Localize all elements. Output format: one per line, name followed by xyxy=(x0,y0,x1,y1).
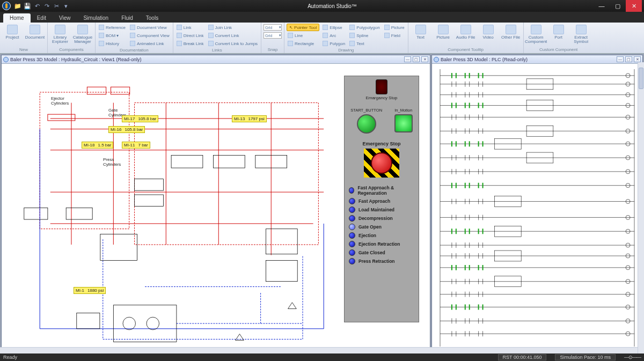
pane-close-button[interactable]: ✕ xyxy=(634,56,641,62)
plc-scroll-v[interactable] xyxy=(638,62,644,353)
measure-tag-MI-1[interactable]: MI-11880 psi xyxy=(74,287,106,294)
breaklink-icon xyxy=(177,41,182,46)
close-button[interactable]: ✕ xyxy=(626,0,642,12)
tab-view[interactable]: View xyxy=(53,13,77,23)
polygon-button[interactable]: Polygon xyxy=(321,40,346,47)
qat-undo-icon[interactable]: ↶ xyxy=(33,2,41,10)
svg-point-17 xyxy=(123,317,136,330)
link-button[interactable]: Link xyxy=(175,24,205,31)
history-button[interactable]: History xyxy=(98,40,127,47)
document-view-button[interactable]: Document View xyxy=(129,24,171,31)
svg-rect-14 xyxy=(266,260,297,281)
app-title: Automation Studio™ xyxy=(71,3,594,9)
qat-save-icon[interactable]: 💾 xyxy=(23,2,32,10)
led-label: Gate Closed xyxy=(358,250,385,255)
tooltip-audio-button[interactable]: Audio File xyxy=(456,24,476,40)
status-slider-icon[interactable]: —⊙—— xyxy=(624,355,641,360)
tooltip-other-button[interactable]: Other File xyxy=(501,24,521,40)
break-link-button[interactable]: Break Link xyxy=(175,40,205,47)
plc-canvas[interactable] xyxy=(432,64,642,352)
tab-simulation[interactable]: Simulation xyxy=(77,13,115,23)
tooltip-video-button[interactable]: Video xyxy=(478,24,499,40)
snap-combo-2[interactable]: Grid▾ xyxy=(264,32,282,39)
qat-redo-icon[interactable]: ↷ xyxy=(42,2,51,10)
tab-fluid[interactable]: Fluid xyxy=(115,13,140,23)
field-button[interactable]: Field xyxy=(383,32,406,39)
custom-component-button[interactable]: Custom Component xyxy=(526,24,546,44)
history-icon xyxy=(99,41,104,46)
plc-pane-title-bar[interactable]: Baler Press 3D Model : PLC (Read-only) —… xyxy=(432,55,642,64)
led-row-4: Gate Open xyxy=(345,223,419,231)
reference-button[interactable]: Reference xyxy=(98,24,127,31)
direct-link-button[interactable]: Direct Link xyxy=(175,32,205,39)
pane-min-button[interactable]: — xyxy=(617,56,624,62)
tt-text-icon xyxy=(415,25,426,34)
port-icon xyxy=(553,25,564,34)
convjump-icon xyxy=(208,41,214,46)
convert-link-jumps-button[interactable]: Convert Link to Jumps xyxy=(207,40,259,47)
hydraulic-canvas[interactable]: Ejector Cylinders Gate Cylinders Press C… xyxy=(2,64,430,352)
led-label: Ejection Retraction xyxy=(358,241,400,247)
bom-button[interactable]: BOM ▾ xyxy=(98,32,127,39)
polypolygon-button[interactable]: Polypolygon xyxy=(348,24,381,31)
qat-dropdown-icon[interactable]: ▾ xyxy=(62,2,70,10)
tab-home[interactable]: Home xyxy=(3,13,31,23)
tab-edit[interactable]: Edit xyxy=(31,13,53,23)
start-button[interactable] xyxy=(357,114,376,134)
plc-scroll-h[interactable] xyxy=(0,347,638,353)
rectangle-button[interactable]: Rectangle xyxy=(287,40,319,47)
pane-max-button[interactable]: ▢ xyxy=(413,56,420,62)
estop-lamp-icon xyxy=(376,79,387,94)
ellipse-button[interactable]: Ellipse xyxy=(321,24,346,31)
tt-audio-icon xyxy=(460,25,471,34)
tooltip-picture-button[interactable]: Picture xyxy=(433,24,453,40)
convert-link-button[interactable]: Convert Link xyxy=(207,32,259,39)
pane-close-button[interactable]: ✕ xyxy=(421,56,428,62)
spline-button[interactable]: Spline xyxy=(348,32,381,39)
text-button[interactable]: Text xyxy=(348,40,381,47)
measure-tag-MI-18[interactable]: MI-181.5 bar xyxy=(82,142,113,149)
measure-tag-MI-16[interactable]: MI-16105.8 bar xyxy=(108,126,145,133)
join-link-button[interactable]: Join Link xyxy=(207,24,259,31)
picture-button[interactable]: Picture xyxy=(383,24,406,31)
pane-min-button[interactable]: — xyxy=(404,56,411,62)
measure-tag-MI-13[interactable]: MI-131797 psi xyxy=(232,115,267,122)
pane-max-button[interactable]: ▢ xyxy=(625,56,632,62)
led-icon xyxy=(349,215,355,222)
port-button[interactable]: Port xyxy=(548,24,569,40)
svg-rect-4 xyxy=(48,114,75,121)
hydraulic-pane-title-bar[interactable]: Baler Press 3D Model : Hydraulic_Circuit… xyxy=(2,55,430,64)
measure-tag-MI-11[interactable]: MI-117 bar xyxy=(122,142,150,149)
plc-pane: Baler Press 3D Model : PLC (Read-only) —… xyxy=(431,55,643,352)
catalogue-manager-button[interactable]: Catalogue Manager xyxy=(72,24,93,44)
app-logo-icon xyxy=(2,2,11,10)
qat-folder-icon[interactable]: 📁 xyxy=(13,2,22,10)
extract-symbol-button[interactable]: Extract Symbol xyxy=(571,24,591,44)
document-button[interactable]: Document xyxy=(25,24,45,40)
arc-button[interactable]: Arc xyxy=(321,32,346,39)
measure-tag-MI-17[interactable]: MI-17105.8 bar xyxy=(122,115,158,122)
minimize-button[interactable]: — xyxy=(594,0,610,12)
rect-icon xyxy=(288,41,293,46)
qat-cut-icon[interactable]: ✂ xyxy=(52,2,61,10)
pane-icon xyxy=(434,57,439,62)
line-button[interactable]: Line xyxy=(287,32,319,39)
inmotion-label: In_Motion xyxy=(394,108,412,113)
project-button[interactable]: Project xyxy=(2,24,23,40)
pointer-tool-button[interactable]: ↖Pointer Tool xyxy=(287,24,319,31)
component-view-button[interactable]: Component View xyxy=(129,32,171,39)
tooltip-text-button[interactable]: Text xyxy=(411,24,431,40)
led-label: Fast Approach & Regenaration xyxy=(357,185,414,196)
estop-button[interactable] xyxy=(371,152,392,174)
cc-icon xyxy=(531,25,541,34)
library-explorer-button[interactable]: Library Explorer xyxy=(50,24,70,44)
maximize-button[interactable]: ▢ xyxy=(610,0,626,12)
spline-icon xyxy=(349,33,355,38)
animated-link-button[interactable]: Animated Link xyxy=(129,40,171,47)
svg-rect-13 xyxy=(266,229,297,254)
directlink-icon xyxy=(177,33,182,38)
document-icon xyxy=(30,25,40,34)
snap-combo-1[interactable]: Grid▾ xyxy=(264,24,282,31)
tab-tools[interactable]: Tools xyxy=(140,13,165,23)
ellipse-icon xyxy=(323,25,328,30)
